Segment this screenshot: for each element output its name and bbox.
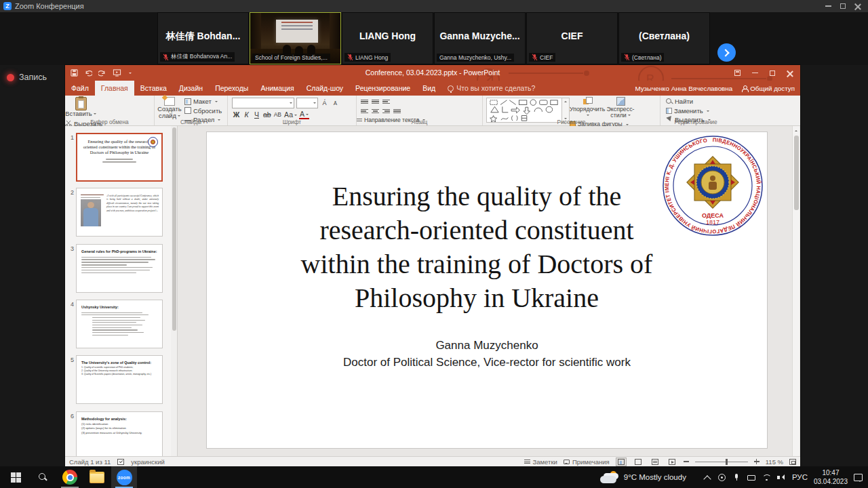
notification-center-icon[interactable] — [854, 474, 863, 481]
ribbon-options-icon — [734, 70, 741, 76]
zoom-maximize-button[interactable] — [835, 0, 850, 12]
tray-mic-icon[interactable] — [732, 473, 741, 482]
participant-tile[interactable]: (Светлана) (Светлана) — [618, 12, 710, 64]
find-button[interactable]: Найти — [666, 98, 711, 105]
tab-transitions[interactable]: Переходы — [209, 81, 254, 96]
align-right-button[interactable] — [382, 108, 390, 115]
notes-button[interactable]: Заметки — [524, 458, 557, 466]
tell-me-box[interactable]: Что вы хотите сделать? — [441, 81, 541, 96]
notes-icon — [524, 458, 530, 464]
quick-styles-button[interactable]: Экспресс-стили — [605, 96, 636, 119]
change-case-button[interactable]: Аа — [283, 110, 298, 119]
battery-icon[interactable] — [747, 473, 756, 482]
weather-text[interactable]: 9°C Mostly cloudy — [624, 473, 686, 481]
font-color-button[interactable]: А — [299, 110, 309, 119]
reading-view-button[interactable] — [650, 458, 660, 466]
taskbar-zoom-button[interactable]: zoom — [111, 466, 137, 488]
fit-slide-button[interactable] — [789, 459, 796, 465]
layout-button[interactable]: Макет — [184, 98, 222, 105]
taskbar-search-button[interactable] — [30, 466, 56, 488]
underline-button[interactable]: Ч — [252, 110, 261, 119]
participant-tile[interactable]: LIANG Hong LIANG Hong — [342, 12, 433, 64]
ribbon-display-options-button[interactable] — [728, 65, 746, 81]
zoom-close-button[interactable] — [850, 0, 865, 12]
character-spacing-button[interactable]: АВ — [273, 110, 282, 119]
indent-button[interactable] — [382, 98, 390, 105]
tab-animations[interactable]: Анимация — [254, 81, 300, 96]
participant-label: Ganna Muzychenko, Ushy... — [437, 54, 514, 62]
italic-button[interactable]: К — [242, 110, 251, 119]
tab-slideshow[interactable]: Слайд-шоу — [300, 81, 349, 96]
spellcheck-icon[interactable] — [117, 459, 124, 465]
slide-thumbnail-3[interactable]: General rules for PhD-programs in Ukrain… — [76, 244, 163, 293]
tray-expand-icon[interactable] — [703, 473, 711, 482]
reset-icon — [184, 107, 191, 114]
strikethrough-button[interactable]: ab — [262, 110, 272, 119]
scroll-up-icon — [795, 129, 797, 131]
bold-button[interactable]: Ж — [232, 110, 241, 119]
paste-button[interactable]: Вставить — [65, 96, 96, 118]
slideshow-view-button[interactable] — [667, 458, 677, 466]
slide-thumbnail-2[interactable]: «I wish all participants successful Conf… — [76, 188, 163, 237]
tab-home[interactable]: Главная — [95, 81, 134, 96]
zoom-percentage[interactable]: 115 % — [766, 458, 783, 466]
participant-tile[interactable]: 林佳倩 Bohdan... 林佳倩 Bohdanova An... — [157, 12, 249, 64]
zoom-slider[interactable] — [695, 462, 748, 462]
tray-record-icon[interactable] — [717, 473, 726, 482]
arrange-button[interactable]: Упорядочить — [570, 96, 605, 119]
input-language[interactable]: РУС — [792, 473, 808, 481]
ppt-close-button[interactable] — [781, 65, 799, 81]
volume-icon[interactable] — [777, 473, 786, 482]
participant-tile[interactable]: Ganna Muzyche... Ganna Muzychenko, Ushy.… — [434, 12, 526, 64]
reset-button[interactable]: Сбросить — [184, 107, 222, 115]
slide-number: 2 — [67, 189, 74, 196]
shrink-font-button[interactable]: А̌ — [331, 98, 340, 108]
slide-sorter-button[interactable] — [633, 458, 644, 466]
align-left-button[interactable] — [361, 108, 368, 115]
comments-button[interactable]: Примечания — [564, 458, 610, 466]
thumbnail-scrollbar[interactable] — [171, 126, 177, 456]
zoom-in-button[interactable] — [754, 459, 760, 464]
slide-thumbnail-4[interactable]: Ushynsky University: — [76, 300, 163, 348]
participant-tile[interactable]: CIEF CIEF — [526, 12, 618, 64]
replace-button[interactable]: Заменить — [666, 107, 711, 115]
person-icon — [742, 85, 747, 91]
tab-design[interactable]: Дизайн — [173, 81, 209, 96]
logo-city: ОДЕСА — [702, 212, 724, 219]
justify-button[interactable] — [393, 108, 401, 115]
taskbar-chrome-button[interactable] — [57, 466, 83, 488]
ppt-minimize-button[interactable] — [746, 65, 764, 81]
muted-mic-icon — [624, 54, 630, 61]
new-slide-button[interactable]: Создать слайд — [155, 96, 184, 120]
tab-review[interactable]: Рецензирование — [349, 81, 416, 96]
next-participants-button[interactable] — [717, 43, 736, 62]
language-indicator[interactable]: украинский — [131, 458, 165, 466]
share-button[interactable]: Общий доступ — [742, 85, 795, 92]
ppt-restore-button[interactable] — [764, 65, 781, 81]
bullets-button[interactable] — [361, 98, 368, 105]
taskbar-explorer-button[interactable] — [84, 466, 110, 488]
align-center-button[interactable] — [372, 108, 379, 115]
zoom-window-title: Zoom Конференция — [15, 2, 84, 10]
canvas-scrollbar[interactable] — [792, 126, 800, 456]
zoom-minimize-button[interactable] — [821, 0, 835, 12]
normal-view-button[interactable] — [616, 458, 627, 466]
zoom-titlebar: Z Zoom Конференция — [0, 0, 868, 12]
clock[interactable]: 10:47 03.04.2023 — [814, 468, 848, 487]
grow-font-button[interactable]: А́ — [320, 98, 329, 108]
font-size-combobox[interactable] — [296, 98, 318, 108]
tab-file[interactable]: Файл — [65, 81, 95, 96]
participant-tile-video[interactable]: School of Foreign Studies,... — [250, 12, 341, 64]
tab-insert[interactable]: Вставка — [134, 81, 173, 96]
wifi-icon[interactable] — [762, 473, 771, 482]
tab-view[interactable]: Вид — [416, 81, 441, 96]
slide-thumbnail-6[interactable]: Methodology for analysis: (1) risks iden… — [76, 411, 163, 456]
slide-thumbnail-5[interactable]: The University's zone of Quality control… — [76, 355, 163, 404]
font-name-combobox[interactable] — [232, 98, 294, 108]
numbering-button[interactable] — [372, 98, 379, 105]
slide-thumbnail-1[interactable]: Ensuring the quality of the research-ori… — [76, 133, 163, 182]
current-slide[interactable]: Ensuring the quality of the research-ori… — [207, 132, 767, 448]
weather-icon[interactable] — [600, 471, 618, 483]
start-button[interactable] — [3, 466, 28, 488]
zoom-out-button[interactable] — [684, 461, 689, 462]
